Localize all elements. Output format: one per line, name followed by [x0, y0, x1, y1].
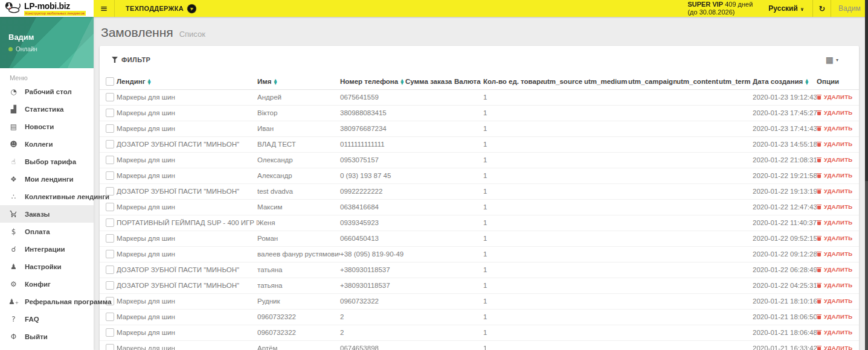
cell-select [100, 325, 117, 340]
delete-button[interactable]: УДАЛИТЬ [817, 235, 852, 241]
sidebar-item[interactable]: ? FAQ [0, 310, 94, 328]
cell-qty: 1 [483, 89, 543, 105]
cell-created: 2020-01-23 17:45:27 [753, 105, 817, 121]
row-checkbox[interactable] [106, 124, 114, 133]
sidebar-item[interactable]: ❖ Мои лендинги [0, 170, 94, 188]
cell-select [100, 199, 117, 215]
columns-toggle-button[interactable]: ▦ ▾ [826, 55, 838, 65]
cell-created: 2020-01-21 16:33:42 [753, 340, 817, 350]
table-row: Маркеры для шин Андрей 0675641559 1 2020… [100, 89, 859, 105]
column-header: utm_campaign [628, 74, 677, 89]
sidebar-item[interactable]: ☻ Коллеги [0, 135, 94, 153]
sidebar-item[interactable]: ∴ Коллективные лендинги [0, 188, 94, 205]
user-menu[interactable]: Вадим [831, 0, 868, 17]
window-scrollbar[interactable] [865, 0, 868, 350]
row-checkbox[interactable] [106, 313, 114, 321]
row-checkbox[interactable] [106, 234, 114, 243]
delete-button[interactable]: УДАЛИТЬ [817, 345, 852, 350]
cell-utm-content [677, 278, 719, 293]
orders-card: ФИЛЬТР ▦ ▾ Лендинг▲▼Имя▲▼Номер телефона▲… [100, 46, 859, 350]
sidebar-item[interactable]: $ Оплата [0, 223, 94, 240]
delete-button[interactable]: УДАЛИТЬ [817, 329, 852, 336]
sidebar-item[interactable]: ◔ Рабочий стол [0, 83, 94, 100]
row-checkbox[interactable] [106, 344, 114, 350]
sidebar-item[interactable]: ☝ Выбор тарифа [0, 153, 94, 170]
cell-phone: 0638416684 [340, 199, 405, 215]
delete-button[interactable]: УДАЛИТЬ [817, 109, 852, 116]
select-all-checkbox[interactable] [106, 77, 114, 86]
cell-utm-content [677, 121, 719, 136]
cell-options: УДАЛИТЬ [817, 246, 859, 262]
delete-button[interactable]: УДАЛИТЬ [817, 298, 852, 304]
delete-button[interactable]: УДАЛИТЬ [817, 125, 852, 132]
column-header[interactable]: Лендинг▲▼ [117, 74, 257, 89]
cell-utm-content [677, 340, 719, 350]
sidebar-item[interactable]: Заказы [0, 205, 94, 223]
trash-icon [817, 282, 821, 288]
cell-utm-campaign [628, 199, 677, 215]
cell-name: татьяна [257, 278, 340, 293]
sidebar-toggle-button[interactable]: ≡ [94, 0, 115, 17]
row-checkbox[interactable] [106, 266, 114, 274]
delete-button[interactable]: УДАЛИТЬ [817, 172, 852, 179]
row-checkbox[interactable] [106, 328, 114, 337]
cell-select [100, 152, 117, 168]
delete-button[interactable]: УДАЛИТЬ [817, 282, 852, 288]
sidebar-item[interactable]: ♟₊ Реферальная программа [0, 293, 94, 310]
sidebar-item[interactable]: ♟ Настройки [0, 258, 94, 275]
scrollbar-thumb[interactable] [865, 0, 868, 181]
cell-order-sum [405, 340, 454, 350]
cell-created: 2020-01-22 09:52:15 [753, 231, 817, 246]
logo-title: LP-mobi.biz [24, 2, 86, 10]
cell-qty: 1 [483, 262, 543, 278]
table-row: Маркеры для шин Роман 0660450413 1 2020-… [100, 231, 859, 246]
delete-button[interactable]: УДАЛИТЬ [817, 219, 852, 226]
delete-button[interactable]: УДАЛИТЬ [817, 313, 852, 320]
sidebar-item[interactable]: ▟ Статистика [0, 100, 94, 118]
sidebar-item[interactable]: ☌ Интеграции [0, 240, 94, 258]
cell-select [100, 215, 117, 231]
row-checkbox[interactable] [106, 218, 114, 227]
row-checkbox[interactable] [106, 109, 114, 117]
refresh-button[interactable]: ↻ [812, 0, 831, 17]
cell-phone: 09922222222 [340, 183, 405, 199]
delete-button[interactable]: УДАЛИТЬ [817, 203, 852, 210]
column-header[interactable]: Номер телефона▲▼ [340, 74, 405, 89]
cell-name: татьяна [257, 262, 340, 278]
page-subtitle: Список [179, 30, 205, 39]
row-checkbox[interactable] [106, 140, 114, 148]
table-row: Маркеры для шин Олександр 0953075157 1 2… [100, 152, 859, 168]
cell-phone: 380976687234 [340, 121, 405, 136]
row-checkbox[interactable] [106, 203, 114, 211]
table-row: ДОЗАТОР ЗУБНОЇ ПАСТИ "МИНЬОН" test dvadv… [100, 183, 859, 199]
column-header[interactable]: Имя▲▼ [257, 74, 340, 89]
sidebar-item[interactable]: Φ Выйти [0, 328, 94, 345]
row-checkbox[interactable] [106, 281, 114, 290]
sidebar-item[interactable]: ⚙ Конфиг [0, 275, 94, 293]
logo[interactable]: LP-mobi.biz Конструктор мобильных лендин… [0, 0, 94, 17]
support-button[interactable]: ТЕХПОДДЕРЖКА ➤ [115, 0, 207, 17]
delete-button[interactable]: УДАЛИТЬ [817, 188, 852, 194]
delete-button[interactable]: УДАЛИТЬ [817, 156, 852, 163]
row-checkbox[interactable] [106, 93, 114, 101]
row-checkbox[interactable] [106, 156, 114, 164]
cell-created: 2020-01-21 18:06:48 [753, 325, 817, 340]
row-checkbox[interactable] [106, 171, 114, 180]
cell-utm-content [677, 136, 719, 152]
language-selector[interactable]: Русский ∨ [768, 0, 804, 17]
delete-button[interactable]: УДАЛИТЬ [817, 94, 852, 100]
row-checkbox[interactable] [106, 250, 114, 258]
cell-utm-content [677, 152, 719, 168]
cell-qty: 1 [483, 215, 543, 231]
delete-button[interactable]: УДАЛИТЬ [817, 250, 852, 257]
cell-utm-campaign [628, 183, 677, 199]
sidebar-item[interactable]: ▤ Новости [0, 118, 94, 135]
delete-button[interactable]: УДАЛИТЬ [817, 141, 852, 147]
delete-button[interactable]: УДАЛИТЬ [817, 266, 852, 273]
cell-created: 2020-01-23 14:55:18 [753, 136, 817, 152]
column-header[interactable]: Дата создания▲▼ [753, 74, 817, 89]
dog-logo-icon [4, 1, 22, 16]
filter-button[interactable]: ФИЛЬТР [112, 56, 150, 63]
cell-utm-medium [584, 121, 628, 136]
cell-utm-term [719, 168, 753, 183]
